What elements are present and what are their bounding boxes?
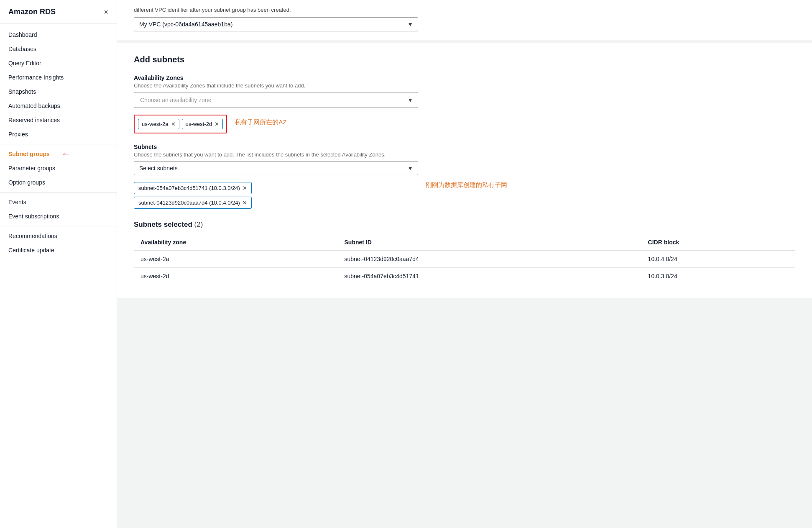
subnets-select-wrapper: Select subnets ▼	[134, 161, 418, 175]
vpc-select[interactable]: My VPC (vpc-06da4a6145aaeb1ba)	[134, 17, 418, 31]
subnets-label: Subnets	[134, 144, 795, 150]
sidebar-item-recommendations[interactable]: Recommendations	[0, 229, 117, 243]
sidebar-item-reserved-instances[interactable]: Reserved instances	[0, 113, 117, 127]
vpc-select-wrapper: My VPC (vpc-06da4a6145aaeb1ba) ▼	[134, 17, 418, 31]
sidebar-close-button[interactable]: ×	[104, 8, 108, 16]
subnet-tag-close-1[interactable]: ✕	[243, 185, 247, 191]
subnet-tag-label-1: subnet-054a07eb3c4d51741 (10.0.3.0/24)	[138, 185, 240, 191]
az-tag-us-west-2d: us-west-2d ✕	[182, 119, 223, 129]
col-az: Availability zone	[134, 235, 338, 250]
sidebar-item-events[interactable]: Events	[0, 195, 117, 209]
sidebar-item-automated-backups[interactable]: Automated backups	[0, 99, 117, 113]
sidebar-item-dashboard[interactable]: Dashboard	[0, 28, 117, 42]
nav-divider-1	[0, 144, 117, 144]
az-tag-us-west-2a: us-west-2a ✕	[138, 119, 179, 129]
subnets-description: Choose the subnets that you want to add.…	[134, 151, 795, 158]
subnets-select[interactable]: Select subnets	[134, 161, 418, 175]
table-row: us-west-2a subnet-04123d920c0aaa7d4 10.0…	[134, 250, 795, 268]
subnet-tag-2: subnet-04123d920c0aaa7d4 (10.0.4.0/24) ✕	[134, 197, 252, 209]
availability-zones-group: Availability Zones Choose the Availabili…	[134, 74, 795, 133]
subnet-tag-1: subnet-054a07eb3c4d51741 (10.0.3.0/24) ✕	[134, 182, 252, 194]
sidebar-title: Amazon RDS	[8, 8, 56, 16]
col-subnet-id: Subnet ID	[338, 235, 641, 250]
az-tag-close-us-west-2a[interactable]: ✕	[171, 121, 176, 127]
sidebar-item-proxies[interactable]: Proxies	[0, 127, 117, 141]
sidebar-header: Amazon RDS ×	[0, 0, 117, 23]
az-label: Availability Zones	[134, 74, 795, 81]
subnet-groups-arrow-icon: ←	[61, 149, 71, 159]
az-tag-label-us-west-2d: us-west-2d	[186, 121, 212, 127]
az-tag-label-us-west-2a: us-west-2a	[142, 121, 169, 127]
add-subnets-title: Add subnets	[134, 55, 795, 64]
nav-divider-3	[0, 226, 117, 226]
sidebar: Amazon RDS × Dashboard Databases Query E…	[0, 0, 117, 528]
az-tag-close-us-west-2d[interactable]: ✕	[214, 121, 219, 127]
table-row: us-west-2d subnet-054a07eb3c4d51741 10.0…	[134, 268, 795, 285]
row2-cidr: 10.0.3.0/24	[641, 268, 795, 285]
row1-az: us-west-2a	[134, 250, 338, 268]
az-dropdown-wrapper: Choose an availability zone ▼	[134, 92, 418, 108]
nav-divider-2	[0, 192, 117, 192]
sidebar-item-subnet-groups[interactable]: Subnet groups	[0, 147, 58, 161]
sidebar-item-option-groups[interactable]: Option groups	[0, 175, 117, 190]
add-subnets-section: Add subnets Availability Zones Choose th…	[117, 43, 812, 298]
col-cidr: CIDR block	[641, 235, 795, 250]
az-description: Choose the Availability Zones that inclu…	[134, 82, 795, 89]
subnets-annotation: 刚刚为数据库创建的私有子网	[426, 181, 507, 189]
sidebar-item-parameter-groups[interactable]: Parameter groups	[0, 161, 117, 175]
sidebar-item-event-subscriptions[interactable]: Event subscriptions	[0, 209, 117, 223]
sidebar-item-snapshots[interactable]: Snapshots	[0, 85, 117, 99]
az-select[interactable]: Choose an availability zone	[134, 92, 418, 108]
row1-cidr: 10.0.4.0/24	[641, 250, 795, 268]
az-tags-container: us-west-2a ✕ us-west-2d ✕	[134, 115, 227, 133]
subnets-selected-count: (2)	[194, 220, 203, 228]
az-annotation: 私有子网所在的AZ	[235, 118, 286, 126]
row2-az: us-west-2d	[134, 268, 338, 285]
subnets-selected-title: Subnets selected (2)	[134, 220, 795, 229]
sidebar-nav: Dashboard Databases Query Editor Perform…	[0, 23, 117, 261]
subnets-table: Availability zone Subnet ID CIDR block u…	[134, 235, 795, 285]
subnet-tag-label-2: subnet-04123d920c0aaa7d4 (10.0.4.0/24)	[138, 200, 240, 206]
subnet-tags-container: subnet-054a07eb3c4d51741 (10.0.3.0/24) ✕…	[134, 182, 418, 209]
sidebar-item-certificate-update[interactable]: Certificate update	[0, 243, 117, 257]
vpc-section: different VPC identifier after your subn…	[117, 0, 812, 43]
row2-subnet-id: subnet-054a07eb3c4d51741	[338, 268, 641, 285]
row1-subnet-id: subnet-04123d920c0aaa7d4	[338, 250, 641, 268]
sidebar-item-performance-insights[interactable]: Performance Insights	[0, 70, 117, 85]
sidebar-item-databases[interactable]: Databases	[0, 42, 117, 56]
sidebar-item-query-editor[interactable]: Query Editor	[0, 56, 117, 70]
main-content: different VPC identifier after your subn…	[117, 0, 812, 528]
subnets-selected-section: Subnets selected (2) Availability zone S…	[134, 220, 795, 285]
subnet-tag-close-2[interactable]: ✕	[243, 200, 247, 205]
subnets-group: Subnets Choose the subnets that you want…	[134, 144, 795, 209]
vpc-description: different VPC identifier after your subn…	[134, 7, 795, 13]
